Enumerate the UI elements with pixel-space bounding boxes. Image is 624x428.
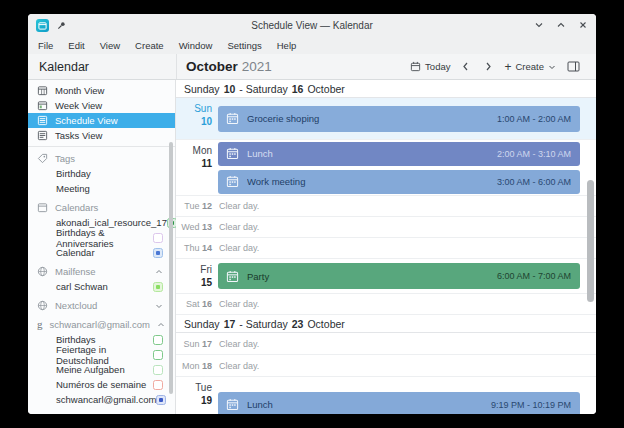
- day-number: 15: [176, 276, 212, 289]
- menu-view[interactable]: View: [100, 40, 120, 51]
- menu-settings[interactable]: Settings: [227, 40, 261, 51]
- calendar-checkbox[interactable]: [153, 350, 163, 360]
- event-lunch[interactable]: Lunch 2:00 AM - 3:10 AM: [218, 142, 580, 166]
- calendar-item-numeros-de-semaine[interactable]: Numéros de semaine: [28, 377, 175, 392]
- sidebar: Month View Week View Schedule View Tasks…: [28, 80, 176, 414]
- day-name: Fri: [176, 263, 212, 276]
- calendars-icon: [37, 202, 48, 213]
- window-title: Schedule View — Kalendar: [156, 20, 468, 31]
- sidebar-item-week-view[interactable]: Week View: [28, 98, 175, 113]
- calendar-label: Calendar: [56, 247, 153, 258]
- chevron-down-icon[interactable]: [155, 302, 163, 310]
- pin-icon[interactable]: [57, 21, 66, 30]
- event-party[interactable]: Party 6:00 AM - 7:00 AM: [218, 263, 580, 289]
- calendar-item-birthdays-anniversaries[interactable]: Birthdays & Anniversaries: [28, 230, 175, 245]
- sidebar-item-month-view[interactable]: Month View: [28, 83, 175, 98]
- day-number: 10: [176, 115, 212, 128]
- checkbox-fill: [156, 251, 160, 255]
- account-label: Nextcloud: [55, 300, 148, 311]
- sidebar-item-schedule-view[interactable]: Schedule View: [28, 113, 175, 128]
- calendar-checkbox[interactable]: [153, 233, 163, 243]
- section-text: Sunday: [184, 318, 220, 330]
- event-time: 3:00 AM - 6:00 AM: [497, 177, 571, 187]
- event-title: Work meeting: [247, 176, 489, 187]
- day-row-sun-10: Sun 10 Grocerie shoping 1:00 AM - 2:00 A…: [176, 98, 596, 140]
- week-section-header: Sunday17- Saturday23October: [176, 315, 596, 333]
- section-day-number: 16: [292, 83, 304, 95]
- menu-create[interactable]: Create: [135, 40, 164, 51]
- event-title: Lunch: [247, 148, 489, 159]
- minimize-button[interactable]: [534, 20, 544, 30]
- header-month: October: [186, 59, 238, 74]
- next-week-button[interactable]: [477, 59, 500, 74]
- schedule-view: Sunday10- Saturday16October Sun 10 Groce…: [176, 80, 596, 414]
- today-button[interactable]: Today: [406, 59, 454, 74]
- maximize-button[interactable]: [556, 20, 566, 30]
- chevron-down-icon: [548, 63, 556, 71]
- sidebar-item-tasks-view[interactable]: Tasks View: [28, 128, 175, 143]
- sidebar-item-label: Month View: [55, 85, 104, 96]
- calendar-checkbox[interactable]: [153, 335, 163, 345]
- app-title: Kalendar: [39, 60, 89, 74]
- chevron-up-icon[interactable]: [157, 321, 165, 329]
- tag-item-meeting[interactable]: Meeting: [28, 181, 175, 196]
- day-label: Thu 14: [176, 243, 212, 253]
- sidebar-scrollbar[interactable]: [169, 142, 173, 394]
- day-number: 11: [176, 157, 212, 170]
- day-row-tue-19: Tue 19 Lunch 9:19 PM - 10:19 PM: [176, 377, 596, 414]
- checkbox-fill: [156, 285, 160, 289]
- calendar-checkbox[interactable]: [153, 248, 163, 258]
- account-gmail-header[interactable]: g schwancarl@gmail.com: [28, 317, 175, 332]
- day-number: 14: [202, 243, 212, 253]
- calendar-item-feiertage[interactable]: Feiertage in Deutschland: [28, 347, 175, 362]
- calendar-checkbox[interactable]: [156, 395, 166, 405]
- section-text: - Saturday: [239, 318, 287, 330]
- tags-header-label: Tags: [55, 153, 163, 164]
- tag-icon: [37, 153, 48, 164]
- titlebar[interactable]: Schedule View — Kalendar: [28, 14, 596, 36]
- sidebar-item-label: Tasks View: [55, 130, 102, 141]
- tags-section-header[interactable]: Tags: [28, 151, 175, 166]
- day-number: 13: [202, 222, 212, 232]
- info-panel-toggle-button[interactable]: [560, 59, 587, 74]
- calendar-item-carl-schwan[interactable]: carl Schwan: [28, 279, 175, 294]
- clear-day-note: Clear day.: [219, 222, 259, 232]
- event-work-meeting[interactable]: Work meeting 3:00 AM - 6:00 AM: [218, 170, 580, 194]
- calendar-checkbox[interactable]: [153, 380, 163, 390]
- calendar-checkbox[interactable]: [153, 365, 163, 375]
- day-label: Wed 13: [176, 222, 212, 232]
- day-name: Sat: [186, 299, 200, 309]
- day-name: Wed: [181, 222, 199, 232]
- close-button[interactable]: [578, 20, 588, 30]
- section-day-number: 10: [224, 83, 236, 95]
- event-grocerie-shoping[interactable]: Grocerie shoping 1:00 AM - 2:00 AM: [218, 106, 580, 132]
- account-mailfense-header[interactable]: Mailfense: [28, 264, 175, 279]
- checkbox-fill: [156, 338, 160, 342]
- schedule-scrollbar[interactable]: [587, 180, 594, 302]
- account-nextcloud-header[interactable]: Nextcloud: [28, 298, 175, 313]
- sidebar-header: Kalendar: [28, 54, 176, 79]
- desktop-background: Schedule View — Kalendar File Edit View …: [0, 0, 624, 428]
- event-lunch-2[interactable]: Lunch 9:19 PM - 10:19 PM: [218, 392, 580, 415]
- calendar-label: schwancarl@gmail.com: [56, 394, 156, 405]
- section-day-number: 23: [292, 318, 304, 330]
- tag-item-birthday[interactable]: Birthday: [28, 166, 175, 181]
- titlebar-left: [36, 19, 156, 32]
- calendar-item-meine-aufgaben[interactable]: Meine Aufgaben: [28, 362, 175, 377]
- create-button[interactable]: + Create: [500, 59, 560, 75]
- menu-window[interactable]: Window: [179, 40, 213, 51]
- create-label: Create: [515, 61, 544, 72]
- calendar-item-calendar[interactable]: Calendar: [28, 245, 175, 260]
- calendar-item-gmail-main[interactable]: schwancarl@gmail.com: [28, 392, 175, 407]
- day-name: Mon: [182, 361, 200, 371]
- event-title: Lunch: [247, 399, 483, 410]
- chevron-up-icon[interactable]: [155, 268, 163, 276]
- previous-week-button[interactable]: [454, 59, 477, 74]
- day-row-sun-17: Sun 17 Clear day.: [176, 333, 596, 355]
- event-time: 2:00 AM - 3:10 AM: [497, 149, 571, 159]
- menu-help[interactable]: Help: [277, 40, 297, 51]
- calendars-section-header[interactable]: Calendars: [28, 200, 175, 215]
- menu-edit[interactable]: Edit: [68, 40, 84, 51]
- menu-file[interactable]: File: [38, 40, 53, 51]
- calendar-checkbox[interactable]: [153, 282, 163, 292]
